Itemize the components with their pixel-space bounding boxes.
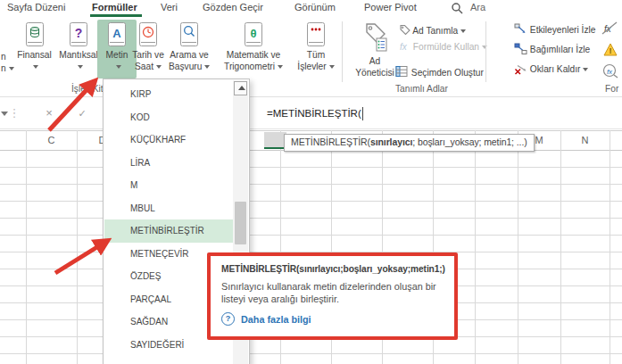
group-label-tanimli-adlar: Tanımlı Adlar — [395, 84, 448, 94]
tab-sayfa-duzeni[interactable]: Sayfa Düzeni — [7, 1, 65, 15]
ribbon-button-ad-yoneticisi[interactable]: Ad Yöneticisi — [355, 21, 394, 79]
ad-tanimla-tag-icon — [398, 24, 411, 36]
search-label[interactable]: Ara — [470, 1, 485, 15]
column-header-n[interactable]: N — [560, 131, 610, 149]
chevron-down-icon — [460, 29, 466, 33]
chevron-down-icon — [116, 65, 121, 69]
svg-text:θ: θ — [250, 27, 256, 40]
group-separator — [342, 21, 343, 82]
chevron-down-icon — [583, 68, 588, 71]
svg-text:!: ! — [610, 46, 612, 55]
ribbon-button-finansal[interactable]: Finansal — [13, 20, 55, 79]
formulleri-goster-icon[interactable]: fx — [601, 21, 621, 36]
tab-formuller[interactable]: Formüller — [92, 1, 137, 15]
cancel-button[interactable]: × — [42, 98, 56, 128]
triangle-up-icon — [238, 86, 245, 90]
ribbon-button-tum-islevler[interactable]: Tüm İşlevler — [294, 20, 337, 79]
menu-item-mbul[interactable]: MBUL — [104, 197, 240, 220]
question-circle-icon: ? — [221, 312, 235, 326]
tarih-saat-book-icon — [138, 21, 158, 48]
function-hint-tooltip: METİNBİRLEŞTİR(sınırlayıcı; boşları_yoks… — [284, 134, 535, 152]
chevron-down-icon — [33, 65, 38, 69]
scrollbar-thumb[interactable] — [235, 202, 246, 244]
tooltip-body: Sınırlayıcı kullanarak metin dizelerinde… — [221, 280, 447, 305]
enter-button[interactable]: ✓ — [75, 98, 89, 128]
menu-item-kirp[interactable]: KIRP — [104, 83, 240, 106]
group-label-formul-denetleme: For — [605, 84, 618, 94]
group-separator — [485, 21, 486, 82]
oklari-kaldir-icon — [514, 62, 527, 75]
menu-item-lira[interactable]: LİRA — [104, 152, 240, 175]
ribbon-button-etkileyenleri-izle[interactable]: Etkileyenleri İzle — [514, 23, 595, 37]
chevron-down-icon — [156, 65, 162, 69]
ribbon-button-mantiksal[interactable]: ? Mantıksal — [56, 20, 101, 79]
bagimlilari-izle-icon — [514, 43, 527, 54]
tab-power-pivot[interactable]: Power Pivot — [364, 1, 417, 15]
formulde-kullan-fx-icon: fx — [398, 41, 411, 52]
formulu-degerlendir-icon[interactable]: fx — [601, 62, 621, 79]
formula-input[interactable]: =METİNBİRLEŞTİR( — [267, 98, 363, 128]
help-link[interactable]: ? Daha fazla bilgi — [221, 312, 447, 326]
excel-window: Sayfa Düzeni Formüller Veri Gözden Geçir… — [0, 0, 622, 364]
ribbon-button-partial[interactable]: n n — [1, 51, 14, 74]
ribbon-button-tarih-ve-saat[interactable]: Tarih ve Saat — [128, 20, 169, 79]
ribbon-button-formulde-kullan: fx Formülde Kullan — [398, 41, 487, 54]
hata-denetimi-warning-icon[interactable]: ! — [602, 42, 620, 57]
svg-text:?: ? — [75, 26, 83, 40]
arama-basvuru-book-icon — [179, 21, 199, 48]
ribbon-button-bagimlilari-izle[interactable]: Bağımlıları İzle — [514, 43, 590, 56]
active-tab-underline — [90, 14, 142, 17]
svg-text:A: A — [112, 27, 121, 40]
etkileyenleri-izle-icon — [514, 23, 527, 35]
column-header-c[interactable]: C — [26, 131, 77, 149]
menu-item-metinbirlestir[interactable]: METİNBİRLEŞTİR — [104, 219, 240, 243]
ribbon-button-oklari-kaldir[interactable]: Okları Kaldır — [514, 62, 588, 76]
tooltip-title: METİNBİRLEŞTİR(sınırlayıcı;boşları_yoksa… — [221, 264, 447, 274]
svg-text:fx: fx — [607, 68, 613, 76]
tab-veri[interactable]: Veri — [161, 1, 178, 15]
tum-islevler-book-icon — [306, 21, 326, 48]
menu-item-m[interactable]: M — [104, 174, 240, 197]
ribbon-bottom-border — [0, 96, 622, 97]
menu-item-kod[interactable]: KOD — [104, 106, 240, 129]
svg-text:fx: fx — [400, 42, 408, 52]
ribbon-button-arama-ve-basvuru[interactable]: Arama ve Başvuru — [169, 20, 210, 79]
chevron-down-icon — [204, 65, 210, 69]
ribbon-button-matematik-trigonometri[interactable]: θ Matematik ve Trigonometri — [220, 20, 287, 79]
secimden-olustur-grid-icon — [395, 65, 409, 78]
metin-book-icon: A — [107, 21, 127, 48]
ribbon-button-ad-tanimla[interactable]: Ad Tanımla — [398, 24, 466, 37]
chevron-down-icon — [78, 65, 83, 69]
formula-bar-resize-dots[interactable]: ⋮ — [7, 98, 21, 128]
matematik-book-icon: θ — [244, 21, 263, 48]
chevron-down-icon — [329, 65, 335, 69]
mantiksal-book-icon: ? — [69, 21, 88, 48]
function-description-tooltip: METİNBİRLEŞTİR(sınırlayıcı;boşları_yoksa… — [207, 252, 458, 340]
scroll-up-button[interactable] — [234, 81, 247, 95]
formula-bar: ⋮ × ✓ =METİNBİRLEŞTİR( — [0, 98, 622, 129]
chevron-down-icon — [278, 65, 283, 69]
ribbon-button-secimden-olustur[interactable]: Seçimden Oluştur — [395, 65, 484, 79]
tab-gozden-gecir[interactable]: Gözden Geçir — [203, 1, 263, 15]
ad-yoneticisi-tag-icon — [361, 21, 389, 54]
search-icon[interactable] — [451, 2, 464, 15]
text-cursor — [362, 107, 364, 120]
menu-item-kucukharf[interactable]: KÜÇÜKHARF — [104, 128, 240, 152]
tab-gorunum[interactable]: Görünüm — [294, 1, 336, 15]
finansal-book-icon — [25, 21, 45, 48]
